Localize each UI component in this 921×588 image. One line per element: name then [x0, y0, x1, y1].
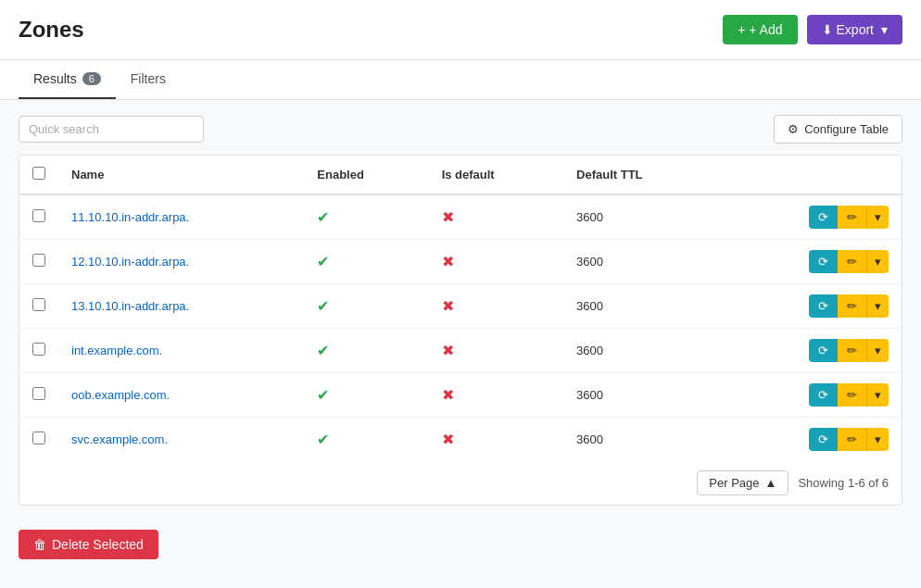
edit-dropdown-button[interactable]: ▾ — [866, 383, 889, 407]
edit-dropdown-button[interactable]: ▾ — [866, 206, 889, 229]
row-actions: ⟳ ✏ ▾ — [721, 418, 902, 462]
select-all-header — [19, 156, 58, 194]
chevron-up-icon: ▲ — [765, 476, 777, 490]
edit-button[interactable]: ✏ — [838, 428, 866, 451]
row-checkbox-cell — [19, 194, 58, 240]
zone-link[interactable]: svc.example.com. — [71, 432, 168, 446]
enabled-check-icon: ✔ — [317, 343, 329, 358]
per-page-button[interactable]: Per Page ▲ — [697, 470, 789, 495]
search-input[interactable] — [19, 116, 204, 143]
row-checkbox-cell — [19, 418, 58, 462]
edit-button[interactable]: ✏ — [838, 206, 866, 229]
tabs-bar: Results 6 Filters — [0, 60, 921, 100]
add-label: + Add — [749, 22, 782, 37]
zone-link[interactable]: oob.example.com. — [71, 388, 170, 402]
row-checkbox-cell — [19, 329, 58, 373]
row-actions: ⟳ ✏ ▾ — [721, 373, 902, 418]
refresh-button[interactable]: ⟳ — [809, 206, 838, 229]
row-checkbox[interactable] — [32, 209, 45, 222]
row-is-default: ✖ — [429, 240, 563, 284]
row-name: 13.10.10.in-addr.arpa. — [58, 284, 304, 329]
default-cross-icon: ✖ — [442, 432, 454, 447]
configure-label: Configure Table — [804, 122, 889, 136]
refresh-button[interactable]: ⟳ — [809, 250, 838, 273]
delete-label: Delete Selected — [52, 537, 144, 552]
row-default-ttl: 3600 — [563, 373, 721, 418]
row-checkbox[interactable] — [32, 254, 45, 267]
edit-dropdown-button[interactable]: ▾ — [866, 428, 889, 451]
row-actions: ⟳ ✏ ▾ — [721, 194, 902, 240]
enabled-check-icon: ✔ — [317, 254, 329, 269]
row-checkbox[interactable] — [32, 298, 45, 311]
table-row: int.example.com. ✔ ✖ 3600 ⟳ ✏ ▾ — [19, 329, 902, 373]
zone-link[interactable]: 12.10.10.in-addr.arpa. — [71, 255, 189, 269]
row-is-default: ✖ — [429, 373, 563, 418]
pagination-bar: Per Page ▲ Showing 1-6 of 6 — [19, 461, 902, 505]
row-checkbox[interactable] — [32, 432, 45, 444]
tab-results-label: Results — [33, 71, 77, 86]
default-cross-icon: ✖ — [442, 209, 454, 225]
row-name: int.example.com. — [58, 329, 304, 373]
default-cross-icon: ✖ — [442, 298, 454, 314]
col-header-actions — [721, 156, 902, 194]
table-row: 12.10.10.in-addr.arpa. ✔ ✖ 3600 ⟳ ✏ ▾ — [19, 240, 902, 284]
row-default-ttl: 3600 — [563, 329, 721, 373]
tab-filters-label: Filters — [131, 71, 166, 86]
refresh-button[interactable]: ⟳ — [809, 339, 838, 362]
row-actions: ⟳ ✏ ▾ — [721, 329, 902, 373]
row-checkbox[interactable] — [32, 343, 45, 356]
select-all-checkbox[interactable] — [32, 167, 45, 180]
content-area: ⚙ Configure Table Name Enabled Is defaul… — [0, 100, 921, 520]
enabled-check-icon: ✔ — [317, 432, 329, 447]
row-is-default: ✖ — [429, 284, 563, 329]
add-button[interactable]: + + Add — [723, 15, 797, 44]
zone-link[interactable]: 13.10.10.in-addr.arpa. — [71, 299, 189, 313]
zone-link[interactable]: 11.10.10.in-addr.arpa. — [71, 210, 189, 224]
tab-filters[interactable]: Filters — [116, 60, 181, 99]
table-header-row: Name Enabled Is default Default TTL — [19, 156, 902, 194]
edit-button[interactable]: ✏ — [838, 339, 866, 362]
row-enabled: ✔ — [304, 329, 428, 373]
default-cross-icon: ✖ — [442, 387, 454, 403]
edit-button[interactable]: ✏ — [838, 383, 866, 407]
row-default-ttl: 3600 — [563, 194, 721, 240]
edit-dropdown-button[interactable]: ▾ — [866, 339, 889, 362]
table-container: Name Enabled Is default Default TTL 11.1… — [19, 155, 902, 506]
table-row: svc.example.com. ✔ ✖ 3600 ⟳ ✏ ▾ — [19, 418, 902, 462]
refresh-button[interactable]: ⟳ — [809, 294, 838, 318]
enabled-check-icon: ✔ — [317, 298, 329, 314]
configure-table-button[interactable]: ⚙ Configure Table — [774, 115, 902, 144]
row-enabled: ✔ — [304, 284, 428, 329]
table-row: 11.10.10.in-addr.arpa. ✔ ✖ 3600 ⟳ ✏ ▾ — [19, 194, 902, 240]
results-badge: 6 — [82, 72, 101, 85]
delete-selected-button[interactable]: 🗑 Delete Selected — [19, 530, 158, 559]
row-checkbox-cell — [19, 373, 58, 418]
toolbar: ⚙ Configure Table — [19, 115, 902, 144]
top-bar: Zones + + Add ⬇ Export ▾ — [0, 0, 921, 60]
edit-button[interactable]: ✏ — [838, 250, 866, 273]
row-name: 12.10.10.in-addr.arpa. — [58, 240, 304, 284]
refresh-button[interactable]: ⟳ — [809, 383, 838, 407]
default-cross-icon: ✖ — [442, 343, 454, 358]
enabled-check-icon: ✔ — [317, 209, 329, 225]
edit-button[interactable]: ✏ — [838, 294, 866, 318]
edit-dropdown-button[interactable]: ▾ — [866, 250, 889, 273]
zones-table: Name Enabled Is default Default TTL 11.1… — [19, 156, 902, 461]
default-cross-icon: ✖ — [442, 254, 454, 269]
zone-link[interactable]: int.example.com. — [71, 344, 162, 357]
refresh-button[interactable]: ⟳ — [809, 428, 838, 451]
row-is-default: ✖ — [429, 329, 563, 373]
row-is-default: ✖ — [429, 418, 563, 462]
action-buttons: ⟳ ✏ ▾ — [734, 250, 889, 273]
tab-results[interactable]: Results 6 — [19, 60, 116, 99]
row-checkbox[interactable] — [32, 387, 45, 400]
row-checkbox-cell — [19, 240, 58, 284]
plus-icon: + — [738, 22, 745, 37]
col-header-enabled: Enabled — [304, 156, 428, 194]
export-label: Export — [837, 22, 874, 37]
edit-dropdown-button[interactable]: ▾ — [866, 294, 889, 318]
col-header-name: Name — [58, 156, 304, 194]
showing-label: Showing 1-6 of 6 — [798, 476, 889, 490]
download-icon: ⬇ — [822, 22, 833, 37]
export-button[interactable]: ⬇ Export ▾ — [807, 15, 902, 44]
